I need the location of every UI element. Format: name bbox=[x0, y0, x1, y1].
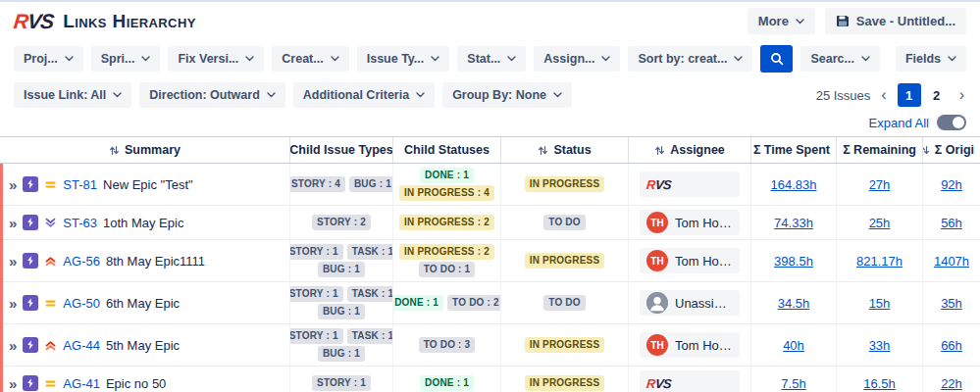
chevron-down-icon bbox=[65, 56, 74, 62]
more-button[interactable]: More bbox=[748, 8, 815, 34]
child-status-lozenge: IN PROGRESS : 2 bbox=[399, 215, 494, 230]
expand-row-icon[interactable]: » bbox=[9, 177, 17, 192]
filter-dropdown-assign[interactable]: Assign... bbox=[534, 46, 620, 72]
issue-key-link[interactable]: AG-44 bbox=[63, 338, 100, 353]
assignee-field[interactable]: RVS bbox=[640, 370, 740, 392]
remaining-link[interactable]: 15h bbox=[869, 296, 891, 311]
column-header-time-spent[interactable]: Σ Time Spent bbox=[750, 137, 836, 163]
column-header-status[interactable]: Status bbox=[500, 137, 628, 163]
more-button-label: More bbox=[758, 14, 789, 28]
search-button[interactable] bbox=[760, 45, 793, 73]
expand-all-link[interactable]: Expand All bbox=[869, 116, 929, 130]
child-status-lozenge: DONE : 1 bbox=[420, 168, 474, 183]
expand-row-icon[interactable]: » bbox=[9, 216, 17, 230]
column-label: Σ Remaining bbox=[843, 143, 916, 157]
remaining-link[interactable]: 25h bbox=[869, 216, 891, 230]
original-estimate-cell: 66h bbox=[922, 324, 980, 366]
filter-dropdown-stat[interactable]: Stat... bbox=[457, 46, 526, 72]
remaining-link[interactable]: 16.5h bbox=[863, 376, 896, 391]
column-header-summary[interactable]: Summary bbox=[0, 137, 289, 163]
child-issue-types-cell: STORY : 1TASK : 1BUG : 1 bbox=[289, 282, 392, 323]
rvs-avatar-logo: RVS bbox=[645, 177, 672, 192]
expand-row-icon[interactable]: » bbox=[9, 338, 17, 353]
assignee-field[interactable]: Unassigned bbox=[640, 290, 740, 316]
page-button-1[interactable]: 1 bbox=[898, 83, 921, 107]
issue-key-link[interactable]: ST-63 bbox=[63, 216, 97, 230]
top-bar-actions: More Save - Untitled... bbox=[748, 8, 966, 34]
filter-dropdown-direction-outward[interactable]: Direction: Outward bbox=[139, 82, 285, 108]
filter-dropdown-fix-versi[interactable]: Fix Versi... bbox=[168, 46, 264, 72]
remaining-link[interactable]: 27h bbox=[869, 177, 891, 192]
original-estimate-cell: 22h bbox=[922, 367, 980, 392]
child-status-lozenge: TO DO : 2 bbox=[447, 295, 500, 311]
filter-dropdown-group-by-none[interactable]: Group By: None bbox=[442, 82, 572, 108]
badge-line: STORY : 1 bbox=[312, 375, 371, 391]
child-status-lozenge: TO DO : 1 bbox=[419, 262, 476, 277]
issue-key-link[interactable]: AG-50 bbox=[63, 296, 100, 311]
prev-page-button[interactable]: ‹ bbox=[879, 86, 888, 104]
filter-dropdown-spri[interactable]: Spri... bbox=[91, 46, 161, 72]
time-spent-link[interactable]: 398.5h bbox=[774, 254, 813, 269]
time-spent-link[interactable]: 40h bbox=[783, 338, 804, 353]
page-title: Links Hierarchy bbox=[63, 11, 196, 32]
badge-line: STORY : 1TASK : 1 bbox=[289, 244, 392, 260]
filter-dropdown-sort-by-creat[interactable]: Sort by: creat... bbox=[628, 46, 752, 72]
search-dropdown[interactable]: Searc... bbox=[800, 46, 879, 72]
assignee-field[interactable]: THTom Holoake bbox=[640, 332, 740, 358]
issue-summary: 8th May Epic1111 bbox=[106, 254, 205, 269]
issues-count: 25 Issues bbox=[816, 88, 871, 103]
column-header-remaining[interactable]: Σ Remaining bbox=[836, 137, 922, 163]
original-estimate-link[interactable]: 35h bbox=[941, 296, 962, 311]
save-button[interactable]: Save - Untitled... bbox=[825, 8, 966, 34]
original-estimate-link[interactable]: 22h bbox=[941, 376, 962, 391]
page-numbers: 12 bbox=[898, 83, 949, 107]
expand-row-icon[interactable]: » bbox=[9, 376, 17, 391]
column-header-assignee[interactable]: Assignee bbox=[628, 137, 750, 163]
child-issue-types-cell: STORY : 4BUG : 1 bbox=[289, 164, 392, 205]
filter-dropdown-creat[interactable]: Creat... bbox=[272, 46, 348, 72]
issue-key-link[interactable]: AG-41 bbox=[63, 376, 100, 391]
filter-dropdown-creat-label: Creat... bbox=[282, 52, 323, 66]
expand-row-icon[interactable]: » bbox=[9, 296, 17, 311]
assignee-field[interactable]: THTom Holoake bbox=[640, 210, 740, 235]
child-statuses-cell: DONE : 1TO DO : 2 bbox=[392, 282, 500, 323]
time-spent-link[interactable]: 34.5h bbox=[778, 296, 810, 311]
time-spent-cell: 34.5h bbox=[750, 282, 836, 323]
search-dropdown-label: Searc... bbox=[810, 52, 853, 66]
assignee-cell: THTom Holoake bbox=[628, 240, 750, 281]
assignee-name: Unassigned bbox=[675, 296, 733, 311]
assignee-cell: RVS bbox=[628, 367, 750, 392]
status-cell: IN PROGRESS bbox=[500, 324, 628, 366]
assignee-field[interactable]: RVS bbox=[640, 172, 740, 197]
table-row: »ST-631oth May EpicSTORY : 2IN PROGRESS … bbox=[0, 206, 980, 240]
expand-all-toggle[interactable] bbox=[937, 115, 966, 130]
issue-key-link[interactable]: AG-56 bbox=[63, 254, 100, 269]
summary-cell: »AG-41Epic no 50 bbox=[0, 367, 289, 392]
filter-dropdown-issue-link-all[interactable]: Issue Link: All bbox=[14, 82, 131, 108]
original-estimate-cell: 1407h bbox=[922, 240, 980, 281]
table-row: »AG-41Epic no 50STORY : 1DONE : 1IN PROG… bbox=[0, 367, 980, 392]
expand-row-icon[interactable]: » bbox=[9, 254, 17, 269]
original-estimate-cell: 56h bbox=[922, 206, 980, 239]
filter-dropdown-additional-criteria[interactable]: Additional Criteria bbox=[293, 82, 435, 108]
issue-key-link[interactable]: ST-81 bbox=[63, 177, 97, 192]
issue-summary: Epic no 50 bbox=[106, 376, 166, 391]
assignee-field[interactable]: THTom Holoake bbox=[640, 248, 740, 273]
original-estimate-link[interactable]: 66h bbox=[941, 338, 962, 353]
priority-lowest-icon bbox=[44, 217, 57, 229]
remaining-link[interactable]: 33h bbox=[869, 338, 891, 353]
column-header-origi[interactable]: Σ Origi bbox=[922, 137, 980, 163]
time-spent-link[interactable]: 164.83h bbox=[771, 177, 817, 192]
filter-dropdown-issue-ty[interactable]: Issue Ty... bbox=[357, 46, 450, 72]
original-estimate-cell: 92h bbox=[922, 164, 980, 205]
original-estimate-link[interactable]: 92h bbox=[941, 177, 962, 192]
remaining-link[interactable]: 821.17h bbox=[856, 254, 903, 269]
fields-dropdown[interactable]: Fields bbox=[896, 46, 966, 72]
filter-dropdown-proj[interactable]: Proj... bbox=[14, 46, 83, 72]
original-estimate-link[interactable]: 1407h bbox=[934, 254, 969, 269]
original-estimate-link[interactable]: 56h bbox=[941, 216, 962, 230]
next-page-button[interactable]: › bbox=[957, 86, 966, 104]
page-button-2[interactable]: 2 bbox=[925, 83, 949, 107]
time-spent-link[interactable]: 74.33h bbox=[774, 216, 813, 230]
time-spent-link[interactable]: 7.5h bbox=[781, 376, 805, 391]
